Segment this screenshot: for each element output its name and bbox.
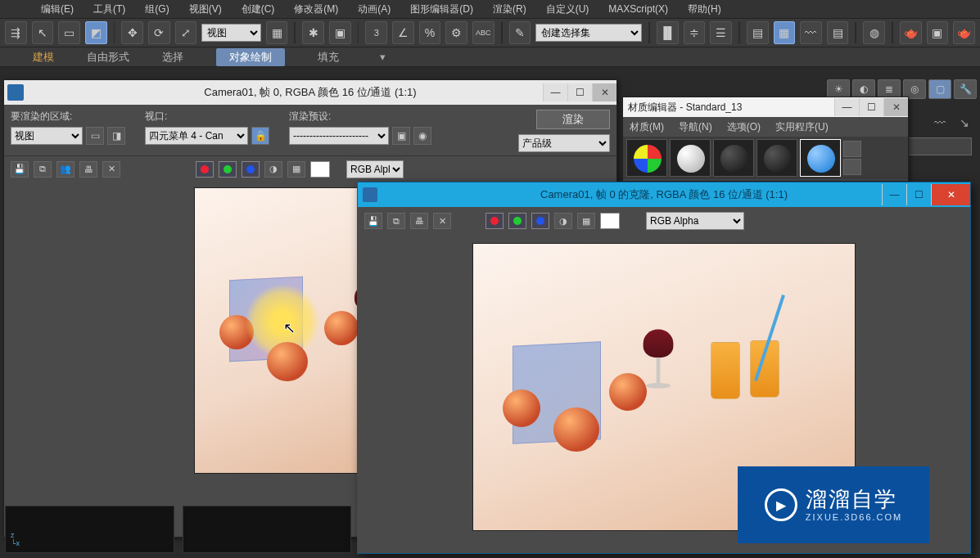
copy-icon[interactable]: ⧉ [34, 161, 52, 178]
snap-3-icon[interactable]: 3 [365, 21, 387, 44]
print-icon[interactable]: 🖶 [79, 161, 97, 178]
clear-icon[interactable]: ✕ [102, 161, 120, 178]
percent-snap-icon[interactable]: % [419, 21, 441, 44]
channel-red-icon[interactable] [196, 161, 214, 178]
channel-red-icon[interactable] [485, 213, 504, 229]
maximize-button[interactable]: ☐ [859, 98, 883, 116]
ribbon-tab-select[interactable]: 选择 [162, 50, 183, 65]
angle-snap-icon[interactable]: ∠ [392, 21, 414, 44]
minimize-button[interactable]: — [543, 83, 567, 101]
move-icon[interactable]: ✥ [121, 21, 143, 44]
copy-icon[interactable]: ⧉ [387, 213, 405, 229]
preset-select[interactable]: ----------------------- [289, 127, 389, 145]
minimize-button[interactable]: — [834, 98, 859, 116]
mono-icon[interactable]: ▦ [577, 213, 595, 229]
mirror-icon[interactable]: ▐▌ [657, 21, 679, 44]
manip-icon[interactable]: ✱ [302, 21, 324, 44]
menu-help[interactable]: 帮助(H) [688, 2, 721, 16]
maximize-button[interactable]: ☐ [567, 83, 592, 101]
menu-group[interactable]: 组(G) [145, 2, 169, 16]
channel-blue-icon[interactable] [242, 161, 260, 178]
dope-sheet-icon[interactable]: 〰 [800, 21, 822, 44]
right-arrow-icon[interactable]: ↘ [954, 112, 975, 133]
render-setup-icon[interactable]: 🫖 [900, 21, 922, 44]
material-editor-icon[interactable]: ◍ [863, 21, 885, 44]
ribbon-expand-icon[interactable]: ▾ [380, 51, 386, 63]
save-icon[interactable]: 💾 [11, 161, 29, 178]
menu-maxscript[interactable]: MAXScript(X) [608, 3, 668, 15]
ref-coord-select[interactable]: 视图 [201, 24, 260, 42]
rfw2-titlebar[interactable]: Camera01, 帧 0 的克隆, RGBA 颜色 16 位/通道 (1:1)… [358, 182, 970, 207]
menu-view[interactable]: 视图(V) [189, 2, 222, 16]
material-slot[interactable] [626, 139, 667, 177]
menu-graph[interactable]: 图形编辑器(D) [410, 2, 473, 16]
curve-editor-icon[interactable]: ▦ [774, 21, 796, 44]
mono-icon[interactable]: ▦ [287, 161, 305, 178]
lock-view-icon[interactable]: 🔒 [251, 127, 269, 145]
area-select[interactable]: 视图 [11, 127, 83, 145]
menu-anim[interactable]: 动画(A) [358, 2, 391, 16]
bg-color-swatch[interactable] [310, 161, 330, 178]
menu-create[interactable]: 创建(C) [242, 2, 275, 16]
keyboard-shortcut-icon[interactable]: ▣ [329, 21, 351, 44]
render-mode-select[interactable]: 产品级 [518, 134, 610, 152]
menu-custom[interactable]: 自定义(U) [546, 2, 589, 16]
ribbon-tab-model[interactable]: 建模 [33, 50, 54, 65]
channel-blue-icon[interactable] [531, 213, 549, 229]
rfw1-titlebar[interactable]: Camera01, 帧 0, RGBA 颜色 16 位/通道 (1:1) — ☐… [4, 80, 616, 105]
channel-green-icon[interactable] [219, 161, 237, 178]
select-link-icon[interactable]: ⇶ [5, 21, 27, 44]
material-slot[interactable] [756, 139, 797, 177]
align-icon[interactable]: ≑ [684, 21, 706, 44]
named-selection-set[interactable]: 创建选择集 [535, 24, 642, 42]
channel-green-icon[interactable] [508, 213, 526, 229]
ribbon-tab-freeform[interactable]: 自由形式 [87, 50, 129, 65]
menu-tools[interactable]: 工具(T) [93, 2, 125, 16]
minimize-button[interactable]: — [882, 184, 906, 205]
menu-modifier[interactable]: 修改器(M) [294, 2, 338, 16]
clear-icon[interactable]: ✕ [433, 213, 451, 229]
clone-icon[interactable]: 👥 [56, 161, 75, 178]
schematic-icon[interactable]: ▤ [827, 21, 849, 44]
bg-color-swatch[interactable] [600, 213, 620, 229]
edit-named-icon[interactable]: ✎ [509, 21, 531, 44]
ribbon-toggle-icon[interactable]: ▤ [747, 21, 769, 44]
spinner-snap-icon[interactable]: ⚙ [445, 21, 467, 44]
ribbon-tab-fill[interactable]: 填充 [318, 50, 339, 65]
preset-cfg2-icon[interactable]: ◉ [413, 127, 431, 145]
pivot-icon[interactable]: ▦ [266, 21, 288, 44]
render-prod-icon[interactable]: 🫖 [953, 21, 975, 44]
close-button[interactable]: ✕ [592, 83, 616, 101]
window-crossing-icon[interactable]: ◩ [85, 21, 107, 44]
utilities-icon[interactable]: 🔧 [954, 79, 977, 99]
material-slot[interactable] [713, 139, 754, 177]
viewport[interactable] [183, 506, 352, 553]
cursor-icon[interactable]: ↖ [32, 21, 54, 44]
viewport-select[interactable]: 四元菜单 4 - Can [145, 127, 248, 145]
print-icon[interactable]: 🖶 [410, 213, 428, 229]
area-edit-icon[interactable]: ▭ [86, 127, 104, 145]
alpha-icon[interactable]: ◑ [264, 161, 282, 178]
alpha-icon[interactable]: ◑ [554, 213, 572, 229]
layer-icon[interactable]: ☰ [710, 21, 732, 44]
mat-titlebar[interactable]: 材质编辑器 - Standard_13 — ☐ ✕ [623, 97, 908, 117]
area-auto-icon[interactable]: ◨ [107, 127, 125, 145]
ribbon-tab-objectpaint[interactable]: 对象绘制 [216, 48, 285, 66]
rotate-icon[interactable]: ⟳ [148, 21, 170, 44]
rgb-select[interactable]: RGB Alpha [346, 160, 404, 178]
render-button[interactable]: 渲染 [536, 110, 610, 129]
viewport[interactable]: z└x [5, 506, 174, 553]
maximize-button[interactable]: ☐ [906, 184, 931, 205]
mat-menu-material[interactable]: 材质(M) [630, 120, 664, 134]
material-slot[interactable] [670, 139, 711, 177]
sample-type-icon[interactable] [843, 141, 861, 157]
close-button[interactable]: ✕ [931, 184, 970, 205]
rect-select-icon[interactable]: ▭ [58, 21, 80, 44]
rgb-select[interactable]: RGB Alpha [646, 212, 744, 230]
mat-menu-nav[interactable]: 导航(N) [679, 120, 712, 134]
render-frame-icon[interactable]: ▣ [927, 21, 949, 44]
menu-edit[interactable]: 编辑(E) [41, 2, 74, 16]
scale-icon[interactable]: ⤢ [175, 21, 197, 44]
display-icon[interactable]: ▢ [928, 79, 951, 99]
wave-icon[interactable]: 〰 [929, 112, 951, 133]
